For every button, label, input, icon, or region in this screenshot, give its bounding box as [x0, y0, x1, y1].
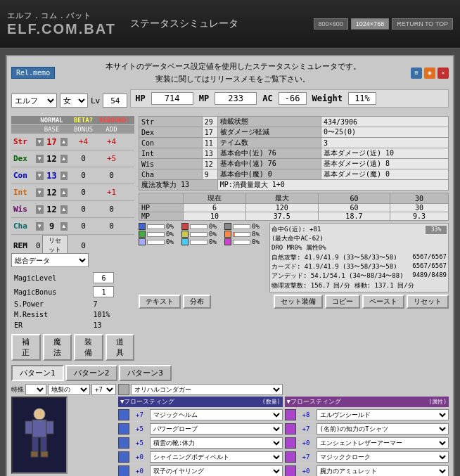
mp-9: 9.3: [390, 212, 449, 221]
paste-btn[interactable]: ペースト: [362, 295, 404, 309]
icon-browser: ◉: [424, 67, 435, 79]
cha-down[interactable]: ▼: [36, 222, 44, 231]
r-equip-sel-4[interactable]: マジッククローク: [317, 451, 449, 463]
action-btns: 補正 魔法 装備 道具: [11, 334, 134, 361]
dex-down[interactable]: ▼: [36, 155, 44, 163]
top-description: 本サイトのデータベース設定値を使用したステータスシミュレータです。 実装に関して…: [60, 60, 405, 85]
mresist-val: 101%: [91, 310, 133, 319]
sougou-select[interactable]: 総合データ: [11, 253, 89, 267]
equip-sel-5[interactable]: 双子のイヤリング: [150, 465, 283, 476]
r-equip-sel-5[interactable]: 腕力のアミュレット: [317, 465, 449, 476]
meichuu-header: 命中G(近): +81 33%: [271, 225, 447, 234]
logo-ja: エルフ．コム．バット: [7, 11, 116, 21]
kihon-chika-val: 基本ダメージ(近) 10: [321, 148, 448, 159]
stat-str-label: Str: [139, 117, 203, 127]
bonus-select[interactable]: +7: [91, 384, 116, 395]
stat-row-dex: Dex ▼ 12 ▲ 0 +5: [11, 150, 134, 167]
equip-sel-4[interactable]: シャイニングボディベルト: [150, 451, 283, 463]
er-val: 13: [91, 321, 133, 330]
move-info: 物理攻撃数: 156.7 回/分 移動: 137.1 回/分: [271, 281, 447, 290]
r-equip-sel-2[interactable]: (名前)の知力のTシャツ: [317, 423, 449, 435]
weapon-row: オリハルコンダガー: [118, 384, 283, 395]
breaking-select[interactable]: 地裂の: [48, 384, 90, 395]
equip-sel-3[interactable]: 積雲の靴:体力: [150, 437, 283, 449]
copy-btn[interactable]: コピー: [325, 295, 360, 309]
pattern-tab-1[interactable]: パターン1: [11, 365, 64, 381]
right-title-sel: ▼フロースティング: [287, 397, 341, 406]
resist-row-6: 8%: [224, 231, 267, 238]
mp-max: 37.5: [245, 212, 318, 221]
equip-sel-2[interactable]: パワーグローブ: [150, 423, 283, 435]
r-equip-icon-2: [285, 423, 296, 435]
pattern-tab-3[interactable]: パターン3: [119, 365, 172, 381]
char-settings: エルフ 女 Lv 54 HP 714 MP 233 AC -66 Weight …: [11, 89, 449, 112]
int-val: 12: [45, 188, 59, 198]
left-panel: NORMAL BETA? REBOUND! BASE BONUS ADD Str…: [11, 116, 134, 361]
con-down[interactable]: ▼: [36, 172, 44, 180]
magic-table: MagicLevel MagicBonus S.Power 7 M.Resist…: [11, 270, 134, 331]
magic-bonus-label: MagicBonus: [13, 285, 90, 298]
magic-level-input[interactable]: [93, 272, 114, 283]
nav-btn-2[interactable]: 1024×768: [351, 18, 389, 30]
svg-point-0: [34, 409, 45, 420]
col-headers: BASE BONUS ADD: [11, 125, 134, 134]
col-name: [11, 117, 36, 124]
wis-base: ▼ 12 ▲: [36, 205, 68, 214]
gender-select[interactable]: 女: [60, 94, 88, 108]
stat-int-label: Int: [139, 148, 203, 159]
resist-bar-9: [233, 240, 250, 245]
stat-cha-row: Cha 9 基本命中(魔) 0 基本ダメージ(魔) 0: [139, 169, 449, 180]
resist-combat-section: 0% 0% 0%: [139, 223, 449, 292]
equip-reset-btn[interactable]: リセット: [407, 295, 449, 309]
int-up[interactable]: ▲: [60, 188, 68, 197]
set-equip-btn[interactable]: セット装備: [274, 295, 323, 309]
kihon-ma-label: 基本命中(魔) 0: [217, 169, 321, 180]
r-equip-sel-1[interactable]: エルヴンシールド: [317, 409, 449, 420]
cha-up[interactable]: ▲: [60, 222, 68, 231]
nav-btn-3[interactable]: RETURN TO TOP: [392, 18, 453, 30]
stat-cha-val: 9: [202, 169, 217, 180]
bunpu-btn[interactable]: 分布: [183, 295, 211, 309]
magic-atk-label: 魔法攻撃力 13: [139, 180, 218, 191]
con-up[interactable]: ▲: [60, 172, 68, 180]
pattern-tab-2[interactable]: パターン2: [65, 365, 118, 381]
resist-color-4: [139, 231, 146, 238]
magic-bonus-input[interactable]: [93, 286, 114, 297]
stat-con-label: Con: [139, 138, 203, 148]
col-rebound: REBOUND!: [99, 117, 124, 124]
wis-up[interactable]: ▲: [60, 205, 68, 214]
str-up[interactable]: ▲: [60, 138, 68, 146]
equip-sel-1[interactable]: マジックヘルム: [150, 409, 283, 420]
r-equip-sel-3[interactable]: エンシェントレザーアーマー: [317, 437, 449, 449]
text-btn[interactable]: テキスト: [139, 295, 181, 309]
resist-grid: 0% 0% 0%: [139, 223, 267, 245]
race-select[interactable]: エルフ: [11, 94, 57, 108]
resist-pct-7: 0%: [166, 238, 174, 245]
trait-select[interactable]: [25, 384, 46, 395]
rel-memo-badge[interactable]: Rel.memo: [11, 67, 55, 79]
nav-btn-1[interactable]: 800×600: [314, 18, 348, 30]
weapon-select[interactable]: オリハルコンダガー: [131, 384, 283, 395]
hp-label: HP: [135, 94, 145, 103]
hossei-btn[interactable]: 補正: [11, 334, 41, 361]
int-down[interactable]: ▼: [36, 188, 44, 197]
combat-max: 最大: [245, 193, 318, 204]
resist-pct-3: 0%: [252, 223, 260, 230]
soubi-btn[interactable]: 装備: [74, 334, 103, 361]
dougu-btn[interactable]: 道具: [106, 334, 135, 361]
int-add: +1: [99, 188, 124, 197]
mresist-row: M.Resist 101%: [13, 310, 133, 319]
str-down[interactable]: ▼: [36, 138, 44, 146]
lv-input[interactable]: 54: [103, 94, 127, 108]
combat-header-row: 現在 最大 60 30: [139, 193, 449, 204]
dex-up[interactable]: ▲: [60, 155, 68, 163]
wis-down[interactable]: ▼: [36, 205, 44, 214]
resist-bar-2: [190, 224, 207, 229]
resist-row-3: 0%: [224, 223, 267, 230]
max-ac-text: (最大命中AC-62): [271, 234, 447, 243]
con-bonus: 0: [68, 171, 99, 180]
mahou-btn[interactable]: 魔法: [43, 334, 72, 361]
r-equip-bonus-4: +7: [298, 454, 315, 461]
resist-pct-6: 8%: [252, 231, 260, 238]
int-bonus: 0: [68, 188, 99, 197]
